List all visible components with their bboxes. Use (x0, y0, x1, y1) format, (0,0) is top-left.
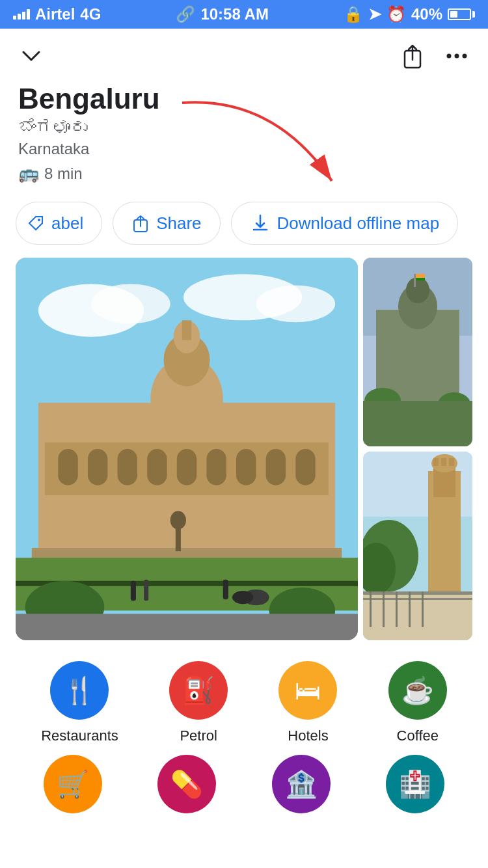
battery-label: 40% (411, 5, 442, 23)
share-icon (400, 42, 426, 70)
svg-rect-14 (58, 449, 77, 485)
svg-rect-48 (414, 274, 416, 287)
photo1-svg (363, 258, 472, 446)
lock-icon: 🔒 (344, 5, 363, 23)
categories-bottom-row: 🛒 💊 🏦 🏥 (0, 755, 488, 824)
svg-rect-64 (370, 591, 372, 627)
place-transit: 🚌 8 min (18, 163, 470, 183)
svg-rect-63 (363, 598, 472, 600)
svg-rect-21 (266, 449, 286, 485)
signal-icon (13, 9, 30, 20)
svg-rect-26 (182, 321, 191, 340)
petrol-label: Petrol (180, 727, 217, 744)
category-b4[interactable]: 🏥 (386, 755, 444, 813)
cat-b4-circle: 🏥 (386, 755, 444, 813)
petrol-icon: ⛽ (182, 675, 215, 706)
download-btn-text: Download offline map (277, 213, 440, 234)
category-coffee[interactable]: ☕ Coffee (388, 661, 447, 744)
svg-rect-17 (147, 449, 167, 485)
categories-section: 🍴 Restaurants ⛽ Petrol 🛏 Hotels ☕ Coffee (0, 640, 488, 755)
share-action-icon (131, 213, 150, 233)
svg-rect-67 (409, 591, 411, 627)
svg-point-39 (232, 591, 253, 604)
photo-main[interactable] (16, 258, 358, 640)
place-name-local: ಬೆಂಗಳೂರು (18, 117, 470, 137)
svg-rect-56 (433, 458, 439, 466)
share-action-button[interactable]: Share (113, 202, 220, 245)
svg-rect-50 (416, 278, 425, 280)
svg-rect-22 (295, 449, 315, 485)
svg-rect-35 (131, 581, 136, 601)
cat-b2-circle: 💊 (157, 755, 216, 813)
petrol-circle: ⛽ (169, 661, 228, 720)
svg-rect-65 (383, 591, 385, 627)
svg-point-9 (91, 284, 170, 324)
svg-rect-34 (16, 614, 358, 641)
svg-rect-47 (363, 401, 472, 446)
category-restaurants[interactable]: 🍴 Restaurants (41, 661, 118, 744)
main-photo-svg (16, 258, 358, 640)
svg-rect-58 (449, 458, 454, 466)
hotels-label: Hotels (288, 727, 328, 744)
category-b2[interactable]: 💊 (157, 755, 216, 813)
more-button[interactable] (441, 40, 472, 72)
photos-section (0, 258, 488, 640)
svg-rect-66 (396, 591, 398, 627)
coffee-circle: ☕ (388, 661, 447, 720)
coffee-icon: ☕ (401, 675, 434, 706)
transit-time: 8 min (44, 165, 83, 183)
svg-rect-68 (422, 591, 424, 627)
link-icon: 🔗 (176, 5, 195, 23)
cat-b4-icon: 🏥 (399, 769, 431, 800)
place-name: Bengaluru (18, 83, 470, 115)
chevron-down-icon (18, 43, 44, 69)
network-label: 4G (80, 5, 101, 23)
battery-icon (448, 8, 475, 20)
more-icon (444, 43, 470, 69)
alarm-icon: ⏰ (386, 5, 406, 23)
photo-secondary-1[interactable] (363, 258, 472, 446)
label-icon (27, 214, 45, 232)
svg-point-44 (406, 277, 429, 303)
back-button[interactable] (16, 40, 47, 72)
svg-rect-15 (88, 449, 107, 485)
share-btn-text: Share (156, 213, 201, 234)
svg-rect-62 (363, 591, 472, 595)
transit-icon: 🚌 (18, 163, 39, 183)
photo-secondary-2[interactable] (363, 452, 472, 640)
status-bar: Airtel 4G 🔗 10:58 AM 🔒 ➤ ⏰ 40% (0, 0, 488, 29)
photo2-svg (363, 452, 472, 640)
share-button[interactable] (397, 39, 428, 73)
place-region: Karnataka (18, 140, 470, 158)
label-button[interactable]: abel (16, 202, 102, 245)
download-offline-map-button[interactable]: Download offline map (231, 202, 459, 245)
svg-rect-36 (144, 580, 148, 601)
hotels-circle: 🛏 (278, 661, 337, 720)
svg-point-2 (455, 54, 459, 59)
category-b1[interactable]: 🛒 (44, 755, 102, 813)
svg-point-5 (38, 219, 40, 221)
svg-rect-57 (441, 458, 446, 466)
svg-point-31 (170, 511, 186, 530)
restaurants-icon: 🍴 (63, 675, 96, 706)
category-b3[interactable]: 🏦 (272, 755, 331, 813)
svg-point-11 (256, 286, 335, 323)
category-petrol[interactable]: ⛽ Petrol (169, 661, 228, 744)
category-hotels[interactable]: 🛏 Hotels (278, 661, 337, 744)
svg-rect-19 (206, 449, 226, 485)
svg-point-1 (447, 54, 452, 59)
cat-b1-circle: 🛒 (44, 755, 102, 813)
time-label: 10:58 AM (200, 5, 268, 23)
restaurants-circle: 🍴 (50, 661, 109, 720)
svg-rect-37 (223, 580, 228, 599)
restaurants-label: Restaurants (41, 727, 118, 744)
cat-b3-icon: 🏦 (285, 769, 318, 800)
top-navigation (0, 29, 488, 83)
location-icon: ➤ (368, 5, 381, 23)
cat-b3-circle: 🏦 (272, 755, 331, 813)
cat-b1-icon: 🛒 (57, 769, 89, 800)
action-buttons-row: abel Share Download offline map (0, 194, 488, 258)
svg-rect-18 (177, 449, 197, 485)
carrier-label: Airtel (35, 5, 75, 23)
cat-b2-icon: 💊 (170, 769, 203, 800)
